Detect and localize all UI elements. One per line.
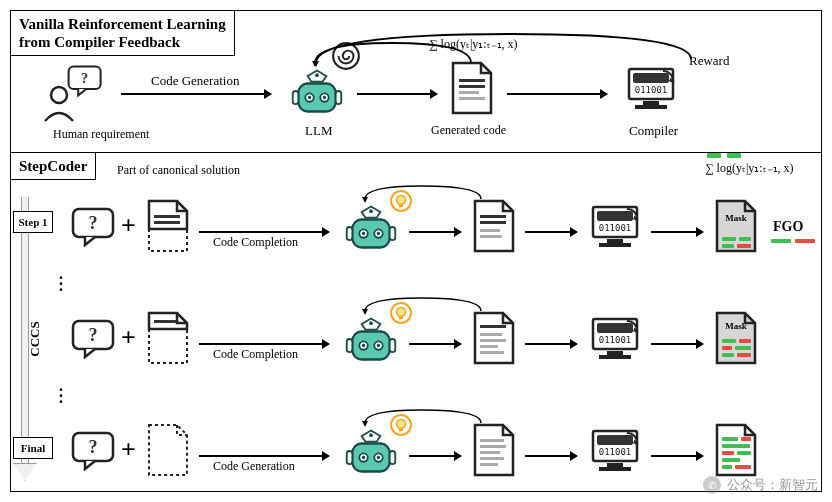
top-green-bar-2 [727, 153, 741, 158]
svg-rect-35 [154, 320, 176, 323]
fb-r2 [361, 295, 491, 317]
m3-2 [741, 437, 751, 441]
arrow-r3d [651, 455, 703, 457]
lower-panel: StepCoder Part of canonical solution CCC… [11, 153, 821, 491]
svg-rect-39 [480, 345, 498, 348]
diagram-frame: Vanilla Reinforcement Learning from Comp… [10, 10, 822, 492]
q-icon-1 [71, 207, 115, 247]
arrow-r2c [525, 343, 577, 345]
svg-rect-31 [480, 221, 506, 224]
arrow-r3c [525, 455, 577, 457]
m2-r1 [739, 339, 751, 343]
comp-r2 [587, 313, 643, 365]
m3-8 [735, 465, 751, 469]
m1-g3 [722, 244, 734, 248]
upper-title: Vanilla Reinforcement Learning from Comp… [10, 10, 235, 56]
fgo-label: FGO [773, 219, 803, 235]
human-icon [39, 65, 109, 125]
generated-code-icon [449, 61, 495, 117]
arrow-r2-label: Code Completion [213, 347, 298, 362]
arrow-r3b [409, 455, 461, 457]
partial-doc-1 [145, 199, 191, 255]
arrow-r2b [409, 343, 461, 345]
m1-g2 [739, 237, 751, 241]
svg-marker-47 [362, 421, 368, 427]
m3-5 [737, 451, 751, 455]
m3-3 [722, 444, 750, 448]
svg-rect-30 [480, 215, 506, 218]
svg-rect-22 [459, 79, 485, 82]
gen-doc-2 [471, 311, 517, 367]
m2-g2 [735, 346, 751, 350]
comp-r1 [587, 201, 643, 253]
svg-rect-33 [480, 235, 502, 238]
llm-robot-icon [289, 65, 345, 117]
m2-r2 [722, 346, 732, 350]
arrow-r3-label: Code Generation [213, 459, 295, 474]
fgo-g [771, 239, 791, 243]
sum-formula-lower: ∑ log(yₜ|y₁:ₜ₋₁, x) [705, 161, 794, 176]
arrow-r2 [199, 343, 329, 345]
svg-rect-45 [480, 457, 504, 460]
svg-rect-32 [480, 229, 500, 232]
upper-panel: Vanilla Reinforcement Learning from Comp… [11, 11, 821, 153]
arrow-codegen [121, 93, 271, 95]
svg-rect-40 [480, 351, 504, 354]
row-mid: + Code Completion Mask [71, 297, 813, 377]
feedback-arrow-2 [311, 39, 491, 69]
m1-g1 [722, 237, 736, 241]
part-canonical-label: Part of canonical solution [117, 163, 240, 178]
llm-label: LLM [305, 123, 332, 139]
m3-4 [722, 451, 734, 455]
q-icon-2 [71, 319, 115, 359]
svg-rect-28 [154, 215, 180, 218]
watermark: ✆ 公众号：新智元 [703, 476, 818, 494]
compiler-icon [623, 63, 679, 115]
svg-marker-27 [312, 61, 318, 67]
arrow-codegen-label: Code Generation [151, 73, 239, 89]
generated-code-label: Generated code [431, 123, 506, 138]
q-icon-3 [71, 431, 115, 471]
plus-2: + [121, 323, 136, 353]
arrow-r1c [525, 231, 577, 233]
mask-label-2: Mask [713, 321, 759, 331]
svg-rect-23 [459, 85, 485, 88]
dots-2: ··· [59, 387, 63, 405]
m3-1 [722, 437, 738, 441]
fb-r3 [361, 407, 491, 429]
empty-doc-3 [145, 423, 191, 479]
row-final: + Code Generation [71, 409, 813, 489]
arrow-r3 [199, 455, 329, 457]
arrow-code-compiler [507, 93, 607, 95]
m2-g3 [722, 353, 734, 357]
arrow-r1 [199, 231, 329, 233]
step1-box: Step 1 [13, 211, 53, 233]
svg-rect-44 [480, 451, 500, 454]
svg-marker-34 [362, 197, 368, 203]
plus-3: + [121, 435, 136, 465]
svg-rect-37 [480, 333, 502, 336]
arrow-r1b [409, 231, 461, 233]
mask-doc-2: Mask [713, 311, 759, 367]
dots-1: ··· [59, 275, 63, 293]
watermark-text: 公众号：新智元 [727, 476, 818, 494]
svg-rect-24 [459, 91, 479, 94]
mask-doc-1: Mask [713, 199, 759, 255]
arrow-r2d [651, 343, 703, 345]
svg-rect-38 [480, 339, 506, 342]
gen-doc-3 [471, 423, 517, 479]
m2-r3 [737, 353, 751, 357]
human-label: Human requirement [53, 127, 149, 142]
mask-label-1: Mask [713, 213, 759, 223]
gen-doc-1 [471, 199, 517, 255]
svg-rect-46 [480, 463, 498, 466]
final-box: Final [13, 437, 53, 459]
partial-doc-2 [145, 311, 191, 367]
m3-6 [722, 458, 740, 462]
fgo-r [795, 239, 815, 243]
comp-r3 [587, 425, 643, 477]
arrow-r1d [651, 231, 703, 233]
m2-g1 [722, 339, 736, 343]
arrow-llm-code [357, 93, 437, 95]
svg-marker-41 [362, 309, 368, 315]
